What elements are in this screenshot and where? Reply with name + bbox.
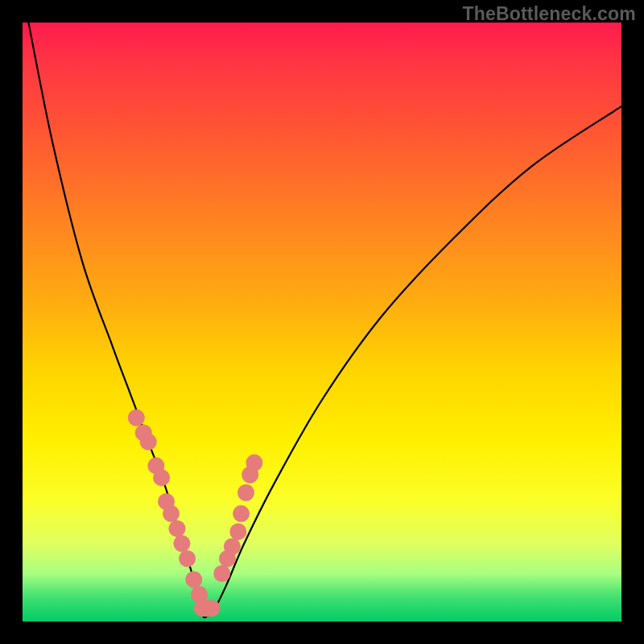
highlight-dot (173, 535, 190, 552)
highlight-dot (153, 469, 170, 486)
highlight-dot (237, 485, 254, 502)
highlight-dot (213, 565, 230, 582)
chart-frame: TheBottleneck.com (0, 0, 644, 644)
highlight-dot (224, 539, 241, 555)
curve-layer (23, 23, 621, 621)
highlight-dot (140, 433, 157, 450)
highlight-dot (185, 571, 202, 588)
highlight-dot (233, 506, 250, 522)
highlight-dot (204, 600, 221, 617)
watermark-label: TheBottleneck.com (462, 3, 636, 25)
highlight-dots-group (128, 410, 263, 617)
highlight-dot (168, 520, 185, 537)
highlight-dot (163, 506, 180, 522)
bottleneck-curve (28, 23, 621, 617)
highlight-dot (229, 523, 246, 540)
highlight-dot (128, 410, 145, 427)
highlight-dot (179, 550, 196, 567)
highlight-dot (246, 454, 262, 471)
